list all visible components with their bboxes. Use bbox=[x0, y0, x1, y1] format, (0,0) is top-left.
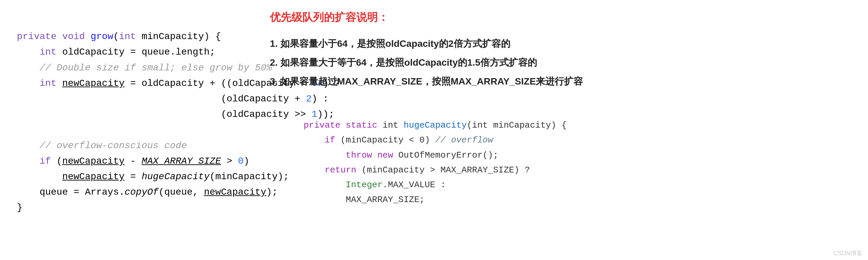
watermark: CSDN博客 bbox=[833, 249, 863, 257]
left-code-block: private void grow(int minCapacity) { int… bbox=[17, 13, 240, 216]
right-panel: 优先级队列的扩容说明： 1. 如果容量小于64，是按照oldCapacity的2… bbox=[256, 0, 868, 260]
desc-item-1: 1. 如果容量小于64，是按照oldCapacity的2倍方式扩容的 bbox=[270, 34, 855, 53]
desc-list: 1. 如果容量小于64，是按照oldCapacity的2倍方式扩容的 2. 如果… bbox=[270, 34, 855, 91]
desc-title: 优先级队列的扩容说明： bbox=[270, 10, 855, 25]
desc-item-2: 2. 如果容量大于等于64，是按照oldCapacity的1.5倍方式扩容的 bbox=[270, 53, 855, 72]
desc-item-3: 3. 如果容量超过MAX_ARRAY_SIZE，按照MAX_ARRAY_SIZE… bbox=[270, 72, 855, 91]
left-panel: private void grow(int minCapacity) { int… bbox=[0, 0, 256, 260]
right-code-block: private static int hugeCapacity(int minC… bbox=[270, 103, 855, 207]
